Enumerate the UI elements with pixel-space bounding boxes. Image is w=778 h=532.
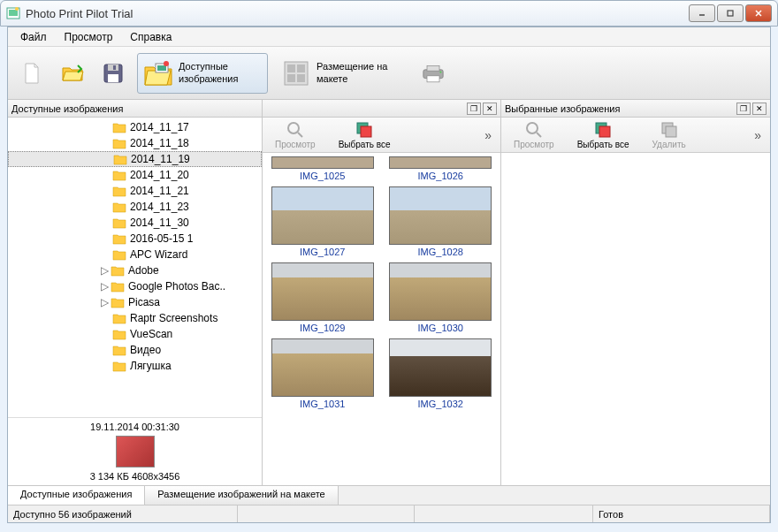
panel-close-button[interactable]: ✕ [483,103,497,115]
title-bar: Photo Print Pilot Trial [0,0,778,27]
toolbar-overflow-button[interactable]: » [484,128,492,142]
panels-row: Доступные изображения 2014_11_172014_11_… [8,100,770,485]
thumbnail-label: IMG_1032 [418,399,463,409]
tree-item[interactable]: VueScan [8,326,262,342]
thumbnail-image [389,338,492,397]
thumbnail-item[interactable]: IMG_1032 [383,337,500,411]
preview-button[interactable]: Просмотр [510,119,558,151]
available-images-label: Доступные изображения [179,61,258,84]
thumbnail-image [389,262,492,321]
svg-rect-30 [599,126,610,137]
expander-icon[interactable]: ▷ [98,264,111,277]
floppy-icon [101,61,126,86]
menu-file[interactable]: Файл [11,29,56,45]
select-all-icon [355,121,373,139]
tree-item-label: Adobe [128,264,159,277]
status-bar: Доступно 56 изображений Готов [8,505,770,522]
thumbnail-item[interactable]: IMG_1031 [264,337,381,411]
tree-item[interactable]: ▷Picasa [8,294,262,310]
document-icon [19,61,44,86]
tree-item-label: 2014_11_30 [130,217,189,229]
tree-item[interactable]: ▷Adobe [8,262,262,278]
svg-line-24 [298,133,302,137]
folder-icon [112,121,126,133]
expander-icon[interactable]: ▷ [98,296,111,308]
tree-item[interactable]: 2016-05-15 1 [8,231,262,247]
selected-panel-header: Выбранные изображения ❐ ✕ [501,100,770,118]
layout-placement-tab[interactable]: Размещение на макете [275,53,406,94]
folder-icon [112,344,126,356]
tree-item[interactable]: 2014_11_30 [8,215,262,231]
save-button[interactable] [96,57,130,90]
status-available-count: Доступно 56 изображений [8,505,238,522]
thumbnail-item[interactable]: IMG_1025 [264,155,381,183]
menu-view[interactable]: Просмотр [56,29,122,45]
preview-button[interactable]: Просмотр [271,119,319,151]
tree-item[interactable]: APC Wizard [8,247,262,262]
svg-rect-15 [287,65,295,72]
close-button[interactable] [745,4,772,22]
tree-item[interactable]: Лягушка [8,358,262,374]
selected-thumbnail-grid[interactable] [501,153,770,485]
tree-item-label: VueScan [130,328,172,340]
svg-rect-26 [361,126,371,137]
layout-placement-label: Размещение на макете [317,61,396,84]
thumbnail-label: IMG_1030 [418,323,463,333]
svg-rect-12 [157,65,166,71]
tree-item[interactable]: 2014_11_18 [8,135,262,151]
thumbnail-grid[interactable]: IMG_1025IMG_1026IMG_1027IMG_1028IMG_1029… [263,153,500,485]
tree-item[interactable]: 2014_11_20 [8,167,262,183]
folder-tree[interactable]: 2014_11_172014_11_182014_11_192014_11_20… [8,118,262,417]
delete-icon [660,121,678,139]
toolbar-overflow-button[interactable]: » [754,128,761,142]
delete-button[interactable]: Удалить [649,119,690,151]
thumbnail-item[interactable]: IMG_1027 [264,185,381,259]
thumbnail-image [389,156,492,169]
thumbnail-label: IMG_1026 [418,171,463,181]
folder-icon [111,264,125,277]
window-title: Photo Print Pilot Trial [26,7,689,20]
svg-rect-17 [287,74,295,82]
svg-line-28 [537,133,541,137]
folder-icon [112,248,126,261]
thumbnail-item[interactable]: IMG_1028 [383,185,500,259]
available-images-tab[interactable]: Доступные изображения [137,53,268,94]
layout-icon [281,58,311,88]
thumbnail-item[interactable]: IMG_1030 [383,261,500,335]
minimize-button[interactable] [689,4,715,22]
maximize-button[interactable] [717,4,744,22]
tree-item-label: Google Photos Bac.. [128,280,225,293]
status-cell-spacer [415,505,593,522]
expander-icon[interactable]: ▷ [98,280,111,293]
panel-float-button[interactable]: ❐ [736,103,751,115]
tree-item[interactable]: 2014_11_17 [8,119,262,135]
select-all-button[interactable]: Выбрать все [574,119,633,151]
bottom-tabs: Доступные изображения Размещение изображ… [8,485,770,505]
tree-item-label: 2014_11_20 [130,169,189,181]
tab-layout-placement[interactable]: Размещение изображений на макете [145,486,338,505]
tree-item-label: 2016-05-15 1 [130,232,193,245]
open-button[interactable] [56,57,89,90]
tree-item[interactable]: Видео [8,342,262,358]
tree-item[interactable]: Raptr Screenshots [8,310,262,326]
folder-icon [113,153,127,165]
select-all-button[interactable]: Выбрать все [335,119,394,151]
thumbnail-label: IMG_1027 [300,247,345,257]
thumbnail-item[interactable]: IMG_1026 [383,155,500,183]
panel-float-button[interactable]: ❐ [467,103,481,115]
tree-item[interactable]: 2014_11_19 [8,151,262,167]
new-button[interactable] [15,57,49,90]
tree-item[interactable]: 2014_11_23 [8,199,262,215]
folder-icon [112,217,126,229]
print-button[interactable] [413,57,454,90]
tab-available-images[interactable]: Доступные изображения [8,486,145,505]
tree-item[interactable]: 2014_11_21 [8,183,262,199]
folder-icon [112,232,126,245]
file-datetime: 19.11.2014 00:31:30 [15,422,255,432]
menu-help[interactable]: Справка [121,29,180,45]
panel-close-button[interactable]: ✕ [752,103,767,115]
thumbnail-item[interactable]: IMG_1029 [264,261,381,335]
thumbnails-panel: ❐ ✕ Просмотр Выбрать все » IMG_1025IMG_1… [263,100,501,485]
thumbnail-label: IMG_1025 [300,171,345,181]
tree-item[interactable]: ▷Google Photos Bac.. [8,278,262,294]
